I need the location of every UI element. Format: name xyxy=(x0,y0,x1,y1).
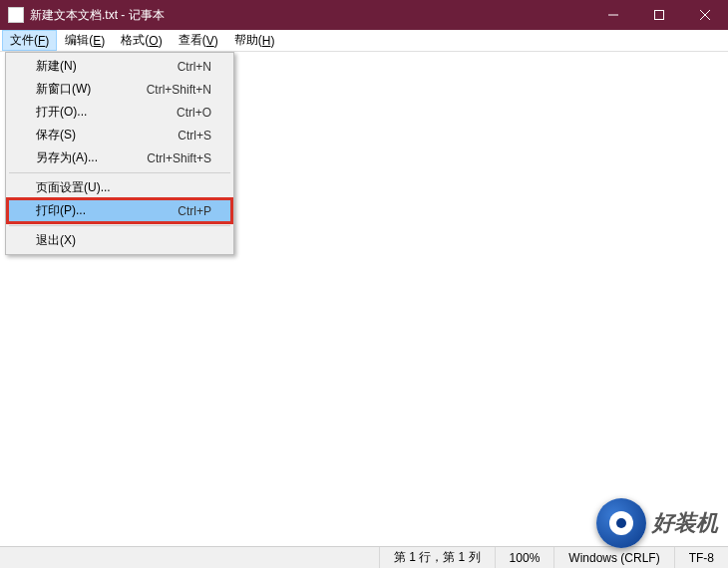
watermark-logo-icon xyxy=(596,498,646,548)
menu-item-label: 打印(P)... xyxy=(36,202,178,219)
status-zoom: 100% xyxy=(495,547,554,568)
status-position: 第 1 行，第 1 列 xyxy=(379,547,495,568)
maximize-button[interactable] xyxy=(636,0,682,30)
menu-item-label: 保存(S) xyxy=(36,127,178,143)
menu-item-label: 页面设置(U)... xyxy=(36,179,211,196)
menu-separator xyxy=(9,225,230,226)
menu-item-label: 打开(O)... xyxy=(36,104,177,121)
menu-item-label: 新窗口(W) xyxy=(36,81,147,98)
menu-item-save[interactable]: 保存(S) Ctrl+S xyxy=(8,124,231,146)
close-button[interactable] xyxy=(682,0,728,30)
menu-item-label: 新建(N) xyxy=(36,58,178,75)
menu-separator xyxy=(9,172,230,173)
window-controls xyxy=(590,0,728,30)
status-encoding: TF-8 xyxy=(674,547,728,568)
watermark-text: 好装机 xyxy=(652,508,718,538)
menu-item-shortcut: Ctrl+P xyxy=(178,204,211,218)
menu-format[interactable]: 格式(O) xyxy=(113,30,170,51)
status-line-ending: Windows (CRLF) xyxy=(553,547,673,568)
menubar: 文件(F) 编辑(E) 格式(O) 查看(V) 帮助(H) xyxy=(0,30,728,52)
menu-item-new[interactable]: 新建(N) Ctrl+N xyxy=(8,55,231,78)
menu-item-exit[interactable]: 退出(X) xyxy=(8,229,231,252)
menu-item-open[interactable]: 打开(O)... Ctrl+O xyxy=(8,101,231,124)
window-title: 新建文本文档.txt - 记事本 xyxy=(30,7,590,24)
menu-item-page-setup[interactable]: 页面设置(U)... xyxy=(8,176,231,199)
menu-item-shortcut: Ctrl+N xyxy=(178,60,211,74)
menu-item-shortcut: Ctrl+S xyxy=(178,129,211,142)
menu-edit[interactable]: 编辑(E) xyxy=(57,30,113,51)
menu-item-save-as[interactable]: 另存为(A)... Ctrl+Shift+S xyxy=(8,146,231,169)
app-icon xyxy=(8,7,24,23)
titlebar: 新建文本文档.txt - 记事本 xyxy=(0,0,728,30)
menu-view[interactable]: 查看(V) xyxy=(171,30,226,51)
statusbar: 第 1 行，第 1 列 100% Windows (CRLF) TF-8 xyxy=(0,546,728,568)
menu-item-shortcut: Ctrl+Shift+N xyxy=(147,83,211,97)
menu-help[interactable]: 帮助(H) xyxy=(226,30,283,51)
watermark: 好装机 xyxy=(596,498,718,548)
file-menu-dropdown: 新建(N) Ctrl+N 新窗口(W) Ctrl+Shift+N 打开(O)..… xyxy=(5,52,234,255)
menu-item-shortcut: Ctrl+O xyxy=(177,106,211,120)
menu-item-print[interactable]: 打印(P)... Ctrl+P xyxy=(8,199,231,222)
menu-file[interactable]: 文件(F) xyxy=(2,30,57,51)
svg-rect-1 xyxy=(655,11,664,20)
menu-item-label: 退出(X) xyxy=(36,232,211,249)
menu-item-new-window[interactable]: 新窗口(W) Ctrl+Shift+N xyxy=(8,78,231,101)
menu-item-shortcut: Ctrl+Shift+S xyxy=(147,151,211,165)
minimize-button[interactable] xyxy=(590,0,636,30)
menu-item-label: 另存为(A)... xyxy=(36,149,147,166)
